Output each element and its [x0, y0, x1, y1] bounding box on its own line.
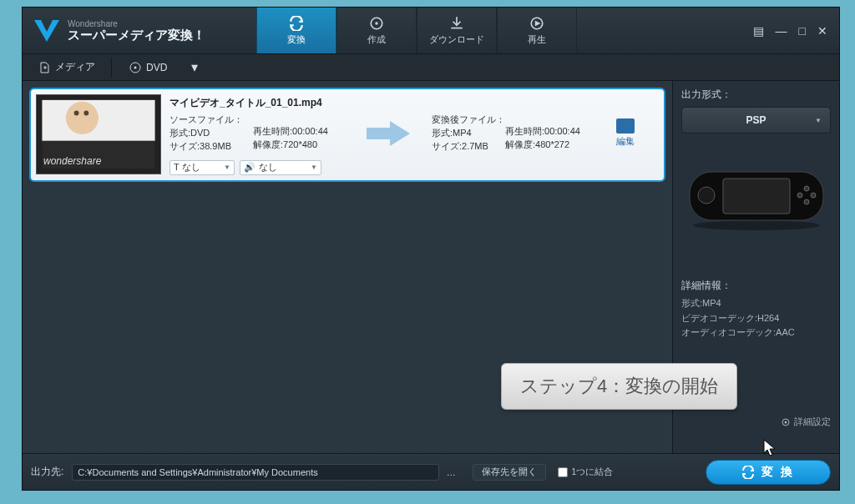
output-path-label: 出力先:	[31, 465, 63, 479]
close-button[interactable]: ✕	[817, 24, 827, 38]
svg-point-15	[804, 186, 809, 191]
chevron-down-icon: ▼	[311, 164, 317, 171]
add-dvd-button[interactable]: DVD	[120, 58, 176, 78]
top-tabs: 変換 作成 ダウンロード 再生	[256, 8, 577, 53]
logo: Wondershare スーパーメディア変換！	[23, 17, 256, 45]
detail-format: 形式:MP4	[681, 296, 831, 311]
details: 形式:MP4 ビデオコーデック:H264 オーディオコーデック:AAC	[681, 296, 831, 340]
output-header: 変換後ファイル：	[432, 113, 505, 127]
svg-point-8	[74, 111, 79, 116]
output-path-input[interactable]: C:¥Documents and Settings¥Administrator¥…	[72, 464, 439, 481]
svg-point-18	[797, 193, 802, 198]
convert-icon	[741, 466, 755, 479]
detail-acodec: オーディオコーデック:AAC	[681, 325, 831, 340]
output-format-label: 出力形式：	[681, 88, 831, 102]
gear-icon	[781, 417, 791, 427]
add-media-button[interactable]: メディア	[29, 56, 104, 78]
product-label: スーパーメディア変換！	[68, 28, 205, 43]
maximize-button[interactable]: □	[799, 24, 806, 38]
source-format: 形式:DVD	[169, 127, 253, 140]
svg-rect-13	[723, 179, 790, 214]
merge-checkbox[interactable]: 1つに結合	[558, 466, 613, 478]
svg-point-11	[693, 220, 820, 230]
output-format: 形式:MP4	[432, 127, 505, 140]
thumbnail: wondershare	[36, 94, 161, 174]
convert-button[interactable]: 変 換	[706, 460, 831, 485]
step-tooltip: ステップ4：変換の開始	[501, 363, 737, 410]
svg-point-7	[66, 102, 99, 134]
merge-checkbox-box[interactable]	[558, 467, 568, 477]
tab-play[interactable]: 再生	[497, 8, 577, 53]
format-preset-dropdown[interactable]: PSP ▼	[681, 107, 831, 134]
output-duration: 再生時間:00:00:44	[505, 125, 597, 139]
edit-button[interactable]: 編集	[605, 118, 645, 149]
open-folder-button[interactable]: 保存先を開く	[473, 464, 546, 481]
details-label: 詳細情報：	[681, 279, 831, 293]
svg-point-9	[83, 111, 89, 116]
source-resolution: 解像度:720*480	[253, 139, 345, 152]
bottom-bar: 出力先: C:¥Documents and Settings¥Administr…	[23, 453, 839, 490]
file-name: マイビデオ_タイトル_01_01.mp4	[169, 96, 654, 110]
minimize-button[interactable]: —	[776, 24, 787, 38]
create-icon	[369, 16, 384, 31]
logo-icon	[33, 17, 61, 45]
file-item[interactable]: wondershare マイビデオ_タイトル_01_01.mp4 ソースファイル…	[29, 88, 665, 182]
output-size: サイズ:2.7MB	[432, 140, 505, 154]
play-icon	[529, 16, 544, 31]
svg-point-16	[811, 193, 816, 198]
browse-button[interactable]: …	[439, 467, 463, 477]
download-icon	[449, 16, 464, 31]
menu-icon[interactable]: ▤	[753, 24, 764, 38]
edit-icon	[616, 118, 635, 134]
file-info: マイビデオ_タイトル_01_01.mp4 ソースファイル： 形式:DVD サイズ…	[161, 94, 657, 175]
chevron-down-icon: ▼	[815, 117, 822, 124]
header: Wondershare スーパーメディア変換！ 変換 作成 ダウンロード 再生	[23, 8, 839, 54]
output-resolution: 解像度:480*272	[505, 139, 597, 152]
svg-point-20	[785, 421, 787, 423]
svg-point-4	[134, 66, 137, 68]
tab-download[interactable]: ダウンロード	[417, 8, 497, 53]
svg-point-14	[698, 187, 715, 204]
svg-point-17	[804, 199, 809, 204]
chevron-down-icon: ▼	[224, 164, 230, 171]
source-size: サイズ:38.9MB	[169, 140, 253, 154]
audio-track-select[interactable]: 🔊 なし▼	[240, 160, 321, 175]
sound-icon: 🔊	[244, 162, 255, 173]
dvd-dropdown[interactable]: ▾	[183, 59, 206, 75]
svg-point-1	[375, 22, 377, 24]
tab-convert[interactable]: 変換	[256, 8, 336, 53]
subtitle-select[interactable]: T なし▼	[169, 160, 235, 175]
detail-vcodec: ビデオコーデック:H264	[681, 311, 831, 326]
file-add-icon	[38, 62, 50, 73]
disc-icon	[129, 62, 141, 73]
cursor-icon	[763, 439, 777, 457]
toolbar: メディア DVD ▾	[23, 54, 839, 81]
device-preview	[688, 165, 825, 232]
window-controls: ▤ — □ ✕	[753, 24, 839, 38]
advanced-settings-button[interactable]: 詳細設定	[681, 416, 831, 428]
svg-rect-6	[42, 100, 154, 141]
convert-icon	[289, 16, 304, 31]
tab-create[interactable]: 作成	[336, 8, 417, 53]
source-duration: 再生時間:00:00:44	[253, 125, 345, 139]
source-header: ソースファイル：	[169, 113, 253, 127]
window: Wondershare スーパーメディア変換！ 変換 作成 ダウンロード 再生	[22, 7, 840, 491]
arrow-icon	[345, 119, 432, 148]
